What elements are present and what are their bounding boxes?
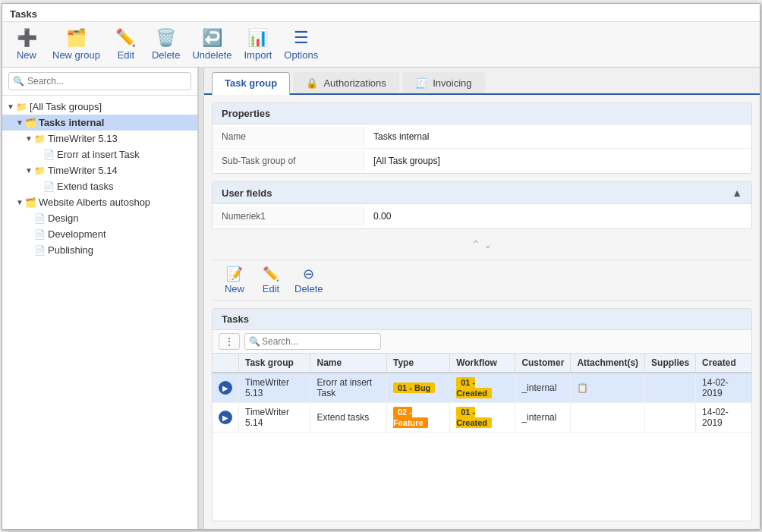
field-numeriek-label: Numeriek1 xyxy=(213,206,364,226)
col-workflow: Workflow xyxy=(450,354,515,373)
new-group-button[interactable]: 🗂️ New group xyxy=(48,25,105,64)
tree-item-extend[interactable]: 📄 Extend tasks xyxy=(2,178,197,194)
divider-arrows-row: ⌃ ⌄ xyxy=(212,237,752,252)
tree-item-design[interactable]: 📄 Design xyxy=(2,210,197,226)
tree-item-publishing[interactable]: 📄 Publishing xyxy=(2,242,197,258)
import-icon: 📊 xyxy=(247,28,268,48)
undelete-button[interactable]: ↩️ Undelete xyxy=(187,25,236,64)
tab-invoicing-label: Invoicing xyxy=(433,77,471,89)
tree-item-tasks-internal[interactable]: ▼ 🗂️ Tasks internal xyxy=(2,115,197,131)
tasks-search-wrapper: 🔍 xyxy=(244,333,381,350)
tasks-new-icon: 📝 xyxy=(226,266,243,282)
edit-button[interactable]: ✏️ Edit xyxy=(108,25,144,64)
left-panel: 🔍 ▼ 📁 [All Task groups] ▼ 🗂️ xyxy=(2,68,198,529)
options-button[interactable]: ☰ Options xyxy=(279,25,323,64)
options-label: Options xyxy=(284,49,318,61)
panel-content: Properties Name Tasks internal Sub-Task … xyxy=(204,95,760,529)
resize-handle[interactable] xyxy=(198,68,204,529)
properties-body: Name Tasks internal Sub-Task group of [A… xyxy=(213,124,751,173)
folder-icon-tw513: 📁 xyxy=(34,134,46,144)
row2-attachment xyxy=(571,403,645,433)
tree-item-erorr[interactable]: 📄 Erorr at insert Task xyxy=(2,146,197,162)
row1-type-badge: 01 - Bug xyxy=(393,382,435,393)
tasks-delete-icon: ⊖ xyxy=(303,266,314,282)
tasks-table-body: ▶ TimeWriter 5.13 Erorr at insert Task 0… xyxy=(213,373,751,433)
row2-nav-button[interactable]: ▶ xyxy=(219,411,232,424)
task-icon-development: 📄 xyxy=(34,229,46,240)
tasks-toolbar: ⋮ 🔍 xyxy=(213,330,751,354)
import-label: Import xyxy=(244,49,272,61)
tree-item-all[interactable]: ▼ 📁 [All Task groups] xyxy=(2,99,197,115)
tasks-table-header-row: Task group Name Type Workflow Customer A… xyxy=(213,354,751,373)
new-button[interactable]: ➕ New xyxy=(8,25,45,64)
title-bar: Tasks xyxy=(2,4,760,22)
row2-created: 14-02-2019 xyxy=(696,403,751,433)
row2-task-group: TimeWriter 5.14 xyxy=(239,403,310,433)
tasks-kebab-button[interactable]: ⋮ xyxy=(219,333,240,350)
tree-item-tw514[interactable]: ▼ 📁 TimeWriter 5.14 xyxy=(2,162,197,178)
row2-nav: ▶ xyxy=(213,403,239,433)
tasks-edit-icon: ✏️ xyxy=(263,266,279,282)
user-fields-title: User fields xyxy=(222,187,272,199)
col-type: Type xyxy=(386,354,449,373)
toggle-tw514[interactable]: ▼ xyxy=(25,166,33,175)
row1-customer: _internal xyxy=(515,373,571,403)
tab-authorizations[interactable]: 🔒 Authorizations xyxy=(293,72,399,93)
tab-invoicing[interactable]: 🧾 Invoicing xyxy=(402,72,485,93)
import-button[interactable]: 📊 Import xyxy=(240,25,277,64)
field-subtask-value: [All Task groups] xyxy=(364,151,751,171)
tasks-delete-button[interactable]: ⊖ Delete xyxy=(291,263,327,297)
main-area: 🔍 ▼ 📁 [All Task groups] ▼ 🗂️ xyxy=(2,68,760,529)
row2-supplies xyxy=(645,403,696,433)
table-row[interactable]: ▶ TimeWriter 5.14 Extend tasks 02 - Feat… xyxy=(213,403,751,433)
properties-header: Properties xyxy=(213,103,751,124)
task-icon-publishing: 📄 xyxy=(34,245,46,256)
new-label: New xyxy=(17,49,36,61)
col-task-group: Task group xyxy=(239,354,310,373)
properties-title: Properties xyxy=(222,108,270,119)
new-icon: ➕ xyxy=(17,28,37,48)
divider-arrows[interactable]: ⌃ ⌄ xyxy=(471,238,493,250)
row2-workflow-badge: 01 - Created xyxy=(456,407,492,428)
toggle-website[interactable]: ▼ xyxy=(16,198,24,206)
new-group-label: New group xyxy=(52,49,100,61)
tasks-table-head: Task group Name Type Workflow Customer A… xyxy=(213,354,751,373)
tree-item-development[interactable]: 📄 Development xyxy=(2,226,197,242)
tasks-section-title: Tasks xyxy=(222,313,249,325)
tree: ▼ 📁 [All Task groups] ▼ 🗂️ Tasks interna… xyxy=(2,96,197,529)
search-input[interactable] xyxy=(8,72,191,90)
tasks-search-input[interactable] xyxy=(244,333,381,350)
tab-task-group[interactable]: Task group xyxy=(212,72,290,95)
field-subtask-label: Sub-Task group of xyxy=(213,151,364,171)
row2-workflow: 01 - Created xyxy=(450,403,515,433)
group-folder-icon-website: 🗂️ xyxy=(25,197,36,208)
auth-icon: 🔒 xyxy=(306,77,318,89)
collapse-user-fields-button[interactable]: ▲ xyxy=(732,187,742,199)
tasks-section: Tasks ⋮ 🔍 Task group xyxy=(212,308,752,521)
tree-item-tw513[interactable]: ▼ 📁 TimeWriter 5.13 xyxy=(2,131,197,146)
delete-label: Delete xyxy=(152,49,181,61)
field-numeriek: Numeriek1 0.00 xyxy=(213,204,751,228)
toggle-all[interactable]: ▼ xyxy=(7,102,14,111)
delete-button[interactable]: 🗑️ Delete xyxy=(147,25,185,64)
row2-type: 02 - Feature xyxy=(386,403,449,433)
folder-icon-tw514: 📁 xyxy=(34,165,46,176)
toggle-tasks-internal[interactable]: ▼ xyxy=(16,118,24,127)
user-fields-section: User fields ▲ Numeriek1 0.00 xyxy=(212,181,752,229)
task-icon-design: 📄 xyxy=(34,213,46,224)
user-fields-header: User fields ▲ xyxy=(213,182,751,204)
tasks-delete-label: Delete xyxy=(294,283,323,294)
toggle-tw513[interactable]: ▼ xyxy=(25,134,33,143)
row1-attachment: 📋 xyxy=(571,373,645,403)
group-folder-icon: 🗂️ xyxy=(25,118,36,128)
table-row[interactable]: ▶ TimeWriter 5.13 Erorr at insert Task 0… xyxy=(213,373,751,403)
tasks-new-button[interactable]: 📝 New xyxy=(218,263,251,297)
tree-item-website[interactable]: ▼ 🗂️ Website Alberts autoshop xyxy=(2,194,197,210)
invoicing-icon: 🧾 xyxy=(415,77,427,89)
app-title: Tasks xyxy=(10,8,37,20)
properties-section: Properties Name Tasks internal Sub-Task … xyxy=(212,102,752,174)
row1-workflow: 01 - Created xyxy=(450,373,515,403)
row1-task-group: TimeWriter 5.13 xyxy=(239,373,310,403)
row1-nav-button[interactable]: ▶ xyxy=(219,381,232,395)
tasks-edit-button[interactable]: ✏️ Edit xyxy=(254,263,288,297)
